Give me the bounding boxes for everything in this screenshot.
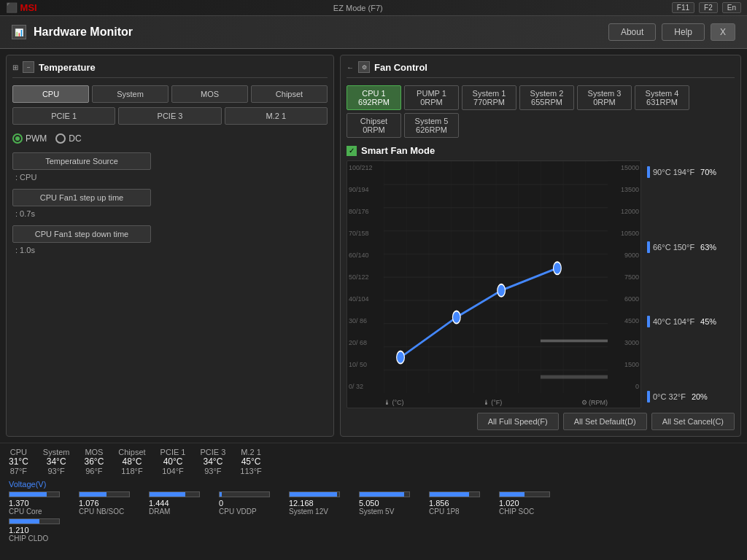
chart-y-labels-left: 100/212 90/194 80/176 70/158 60/140 50/1… bbox=[347, 161, 384, 393]
sensor-mos-celsius: 36°C bbox=[85, 456, 104, 467]
voltage-label-dram: DRAM bbox=[149, 508, 170, 516]
voltage-sys5v: 5.050 System 5V bbox=[359, 491, 417, 516]
sensor-grid: CPU 31°C 87°F System 34°C 93°F MOS 36°C … bbox=[9, 448, 738, 475]
voltage-chip-cldo: 1.210 CHIP CLDO bbox=[9, 518, 67, 542]
sensor-pcie3-label: PCIE 3 bbox=[200, 448, 225, 456]
temp-buttons-row1: CPU System MOS Chipset bbox=[12, 85, 328, 103]
sensor-pcie1-label: PCIE 1 bbox=[160, 448, 186, 456]
sensor-chipset-fahr: 118°F bbox=[118, 467, 145, 475]
help-button[interactable]: Help bbox=[662, 23, 705, 41]
fan-panel-header: ← ⚙ Fan Control bbox=[347, 61, 735, 78]
bios-top-bar: ⬛ MSI EZ Mode (F7) F11 F2 En bbox=[0, 0, 747, 16]
fan-action-buttons: All Full Speed(F) All Set Default(D) All… bbox=[347, 413, 735, 430]
voltage-bar-cpu1p8-container bbox=[429, 491, 480, 497]
sensor-pcie3-celsius: 34°C bbox=[200, 456, 225, 467]
sensor-pcie3-fahr: 93°F bbox=[200, 467, 225, 475]
temp-values-3: 40°C 104°F bbox=[653, 317, 694, 326]
sensor-pcie1-celsius: 40°C bbox=[160, 456, 186, 467]
fan-chart: 100/212 90/194 80/176 70/158 60/140 50/1… bbox=[347, 160, 641, 408]
temp-btn-system[interactable]: System bbox=[92, 85, 169, 103]
all-set-default-button[interactable]: All Set Default(D) bbox=[563, 413, 647, 430]
voltage-bar-cpu-nb bbox=[80, 492, 107, 497]
smart-fan-checkbox[interactable]: ✓ bbox=[347, 146, 357, 156]
dc-label: DC bbox=[69, 133, 81, 144]
legend-fahrenheit: 🌡 (°F) bbox=[483, 399, 503, 406]
chart-legend: 🌡 (°C) 🌡 (°F) ⚙ (RPM) bbox=[384, 399, 608, 406]
voltage-bar-cpu-vddp bbox=[220, 492, 222, 497]
voltage-bar-sys12v bbox=[290, 492, 337, 497]
temp-values-1: 90°C 194°F bbox=[653, 168, 694, 176]
sensor-pcie3: PCIE 3 34°C 93°F bbox=[200, 448, 225, 475]
temp-bar-2 bbox=[647, 241, 650, 253]
temp-pct-4: 20% bbox=[692, 392, 708, 401]
f2-button[interactable]: F2 bbox=[699, 2, 718, 13]
all-set-cancel-button[interactable]: All Set Cancel(C) bbox=[651, 413, 735, 430]
close-button[interactable]: X bbox=[711, 23, 735, 41]
temp-btn-chipset[interactable]: Chipset bbox=[251, 85, 328, 103]
temp-pct-1: 70% bbox=[700, 168, 716, 176]
f11-button[interactable]: F11 bbox=[672, 2, 694, 13]
sensor-chipset-label: Chipset bbox=[118, 448, 145, 456]
dc-radio-label[interactable]: DC bbox=[55, 133, 81, 144]
voltage-bar-chip-cldo bbox=[9, 519, 39, 524]
sensor-cpu: CPU 31°C 87°F bbox=[9, 448, 28, 475]
sensor-chipset: Chipset 48°C 118°F bbox=[118, 448, 145, 475]
temp-btn-pcie3[interactable]: PCIE 3 bbox=[118, 107, 221, 125]
all-full-speed-button[interactable]: All Full Speed(F) bbox=[477, 413, 559, 430]
temp-btn-pcie1[interactable]: PCIE 1 bbox=[12, 107, 115, 125]
msi-logo: ⬛ MSI bbox=[6, 2, 37, 13]
en-button[interactable]: En bbox=[722, 2, 741, 13]
voltage-val-chip-soc: 1.020 bbox=[499, 499, 519, 508]
sensor-system-celsius: 34°C bbox=[43, 456, 70, 467]
pwm-dc-radio-group: PWM DC bbox=[12, 133, 328, 144]
voltage-cpu1p8: 1.856 CPU 1P8 bbox=[429, 491, 487, 516]
step-up-value: : 0.7s bbox=[12, 209, 328, 218]
voltage-val-chip-cldo: 1.210 bbox=[9, 526, 29, 534]
fan-btn-sys5[interactable]: System 5626RPM bbox=[404, 113, 459, 138]
temp-btn-mos[interactable]: MOS bbox=[171, 85, 248, 103]
fan-control-panel: ← ⚙ Fan Control CPU 1692RPM PUMP 10RPM S… bbox=[340, 55, 741, 437]
temp-btn-m21[interactable]: M.2 1 bbox=[225, 107, 328, 125]
voltage-bar-chip-soc-container bbox=[499, 491, 550, 497]
voltage-cpu-vddp: 0 CPU VDDP bbox=[219, 491, 277, 516]
sensor-mos: MOS 36°C 96°F bbox=[85, 448, 104, 475]
about-button[interactable]: About bbox=[608, 23, 656, 41]
voltage-val-cpu-nb: 1.076 bbox=[79, 499, 99, 508]
fan-btn-chipset[interactable]: Chipset0RPM bbox=[347, 113, 401, 138]
voltage-val-sys5v: 5.050 bbox=[359, 499, 379, 508]
fan-expand-icon[interactable]: ← bbox=[347, 63, 354, 71]
fan-btn-sys3[interactable]: System 30RPM bbox=[577, 85, 632, 110]
legend-rpm: ⚙ (RPM) bbox=[581, 399, 608, 406]
temp-btn-cpu[interactable]: CPU bbox=[12, 85, 89, 103]
voltage-bar-chip-cldo-container bbox=[9, 518, 60, 524]
fan-btn-pump1[interactable]: PUMP 10RPM bbox=[404, 85, 459, 110]
expand-icon[interactable]: ⊞ bbox=[12, 63, 18, 71]
svg-point-12 bbox=[397, 351, 405, 364]
temp-pct-3: 45% bbox=[700, 317, 716, 326]
window-title: Hardware Monitor bbox=[34, 26, 608, 39]
sensor-m21-celsius: 45°C bbox=[240, 456, 261, 467]
step-down-button[interactable]: CPU Fan1 step down time bbox=[12, 225, 151, 243]
fan-btn-sys4[interactable]: System 4631RPM bbox=[635, 85, 689, 110]
svg-rect-11 bbox=[541, 376, 608, 379]
temperature-panel: ⊞ ~ Temperature CPU System MOS Chipset P… bbox=[6, 55, 334, 437]
sensor-pcie1-fahr: 104°F bbox=[160, 467, 186, 475]
temp-panel-header: ⊞ ~ Temperature bbox=[12, 61, 328, 78]
main-content: ⊞ ~ Temperature CPU System MOS Chipset P… bbox=[0, 49, 747, 560]
voltage-title: Voltage(V) bbox=[9, 480, 738, 489]
fan-btn-sys2[interactable]: System 2655RPM bbox=[519, 85, 574, 110]
voltage-bar-chip-soc bbox=[500, 492, 525, 497]
temp-source-button[interactable]: Temperature Source bbox=[12, 152, 151, 170]
temp-bar-4 bbox=[647, 391, 650, 402]
voltage-chip-soc: 1.020 CHIP SOC bbox=[499, 491, 557, 516]
pwm-radio-label[interactable]: PWM bbox=[12, 133, 47, 144]
sensor-pcie1: PCIE 1 40°C 104°F bbox=[160, 448, 186, 475]
voltage-val-cpu-vddp: 0 bbox=[219, 499, 223, 508]
sensor-system-fahr: 93°F bbox=[43, 467, 70, 475]
sensor-system: System 34°C 93°F bbox=[43, 448, 70, 475]
voltage-grid-row2: 1.210 CHIP CLDO bbox=[9, 518, 738, 542]
fan-btn-sys1[interactable]: System 1770RPM bbox=[462, 85, 516, 110]
voltage-label-sys5v: System 5V bbox=[359, 508, 394, 516]
fan-btn-cpu1[interactable]: CPU 1692RPM bbox=[347, 85, 401, 110]
step-up-button[interactable]: CPU Fan1 step up time bbox=[12, 189, 151, 206]
